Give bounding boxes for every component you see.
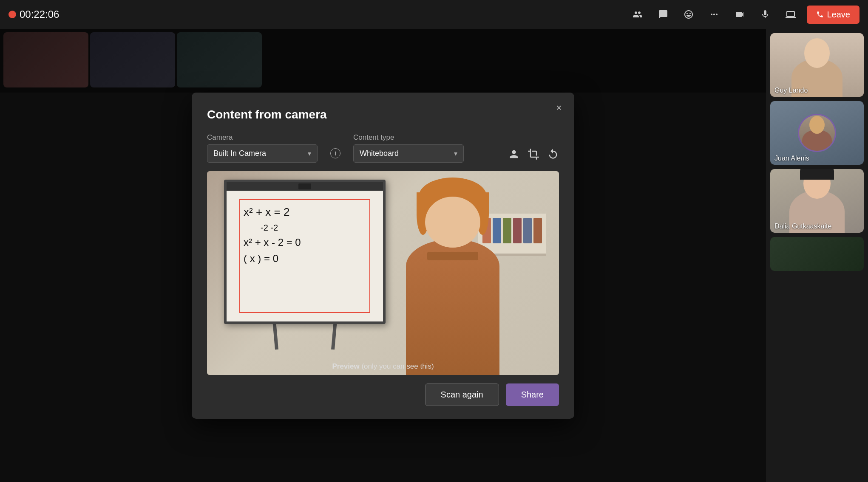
math-line-2: -2 -2 [261, 221, 301, 234]
camera-value: Built In Camera [213, 149, 266, 158]
participant-name-guy: Guy Lando [774, 87, 808, 94]
participants-icon[interactable] [628, 5, 647, 24]
preview-label-sub: (only you can see this) [361, 362, 434, 370]
math-line-4: ( x ) = 0 [244, 251, 301, 267]
participant-card-juan: Juan Alenis [770, 101, 864, 165]
crop-icon[interactable] [528, 148, 539, 160]
dialog-close-button[interactable]: × [551, 100, 567, 116]
leave-label: Leave [827, 10, 851, 20]
timer-display: 00:22:06 [9, 8, 59, 20]
math-line-3: x² + x - 2 = 0 [244, 234, 301, 251]
camera-dropdown-chevron: ▾ [308, 149, 311, 158]
content-type-select-group: Content type Whiteboard ▾ [353, 133, 464, 163]
preview-area: x² + x = 2 -2 -2 x² + x - 2 = 0 ( x ) = … [207, 171, 559, 375]
participant-name-dalia: Dalia Gutkaaskaite [774, 223, 831, 230]
content-type-value: Whiteboard [360, 149, 399, 158]
camera-action-icons [508, 148, 559, 163]
top-bar: 00:22:06 Leave [0, 0, 868, 29]
dialog-footer: Scan again Share [207, 383, 559, 406]
camera-dropdown[interactable]: Built In Camera ▾ [207, 144, 318, 163]
content-from-camera-dialog: Content from camera × Camera Built In Ca… [192, 93, 574, 419]
timer-text: 00:22:06 [20, 8, 59, 20]
chat-icon[interactable] [654, 5, 672, 24]
person-detect-icon[interactable] [508, 148, 520, 160]
info-button-group: i [330, 148, 340, 163]
whiteboard-container: x² + x = 2 -2 -2 x² + x - 2 = 0 ( x ) = … [224, 180, 386, 350]
preview-label-bold: Preview [332, 362, 359, 370]
participant-card-dalia: Dalia Gutkaaskaite [770, 169, 864, 233]
mic-icon[interactable] [756, 5, 774, 24]
reactions-icon[interactable] [679, 5, 698, 24]
participant-name-juan: Juan Alenis [774, 155, 809, 162]
person-in-scene [397, 184, 508, 371]
more-options-icon[interactable] [705, 5, 723, 24]
dialog-form-row: Camera Built In Camera ▾ i Content type … [207, 133, 559, 163]
participant-card-guy: Guy Lando [770, 33, 864, 97]
camera-select-group: Camera Built In Camera ▾ [207, 133, 318, 163]
math-equations: x² + x = 2 -2 -2 x² + x - 2 = 0 ( x ) = … [244, 203, 301, 267]
camera-label: Camera [207, 133, 318, 142]
dialog-overlay: Content from camera × Camera Built In Ca… [0, 29, 766, 482]
dialog-title: Content from camera [207, 108, 559, 121]
top-bar-controls: Leave [628, 5, 860, 24]
sidebar: Guy Lando Juan Alenis Dalia Gutkaaskaite [766, 29, 868, 482]
preview-label: Preview (only you can see this) [332, 362, 434, 371]
rotate-icon[interactable] [547, 148, 559, 160]
share-screen-icon[interactable] [781, 5, 800, 24]
math-line-1: x² + x = 2 [244, 203, 301, 221]
whiteboard-top-bar [227, 182, 383, 191]
content-type-dropdown-chevron: ▾ [454, 149, 457, 158]
camera-toggle-icon[interactable] [730, 5, 749, 24]
record-indicator [9, 11, 16, 18]
leave-button[interactable]: Leave [807, 6, 860, 24]
preview-scene: x² + x = 2 -2 -2 x² + x - 2 = 0 ( x ) = … [207, 171, 559, 375]
participant-card-4 [770, 237, 864, 271]
whiteboard-board: x² + x = 2 -2 -2 x² + x - 2 = 0 ( x ) = … [224, 180, 386, 324]
info-icon[interactable]: i [330, 148, 340, 158]
content-type-dropdown[interactable]: Whiteboard ▾ [353, 144, 464, 163]
whiteboard-clip [298, 183, 311, 189]
content-type-label: Content type [353, 133, 464, 142]
scan-again-button[interactable]: Scan again [425, 383, 499, 406]
share-button[interactable]: Share [506, 383, 559, 406]
